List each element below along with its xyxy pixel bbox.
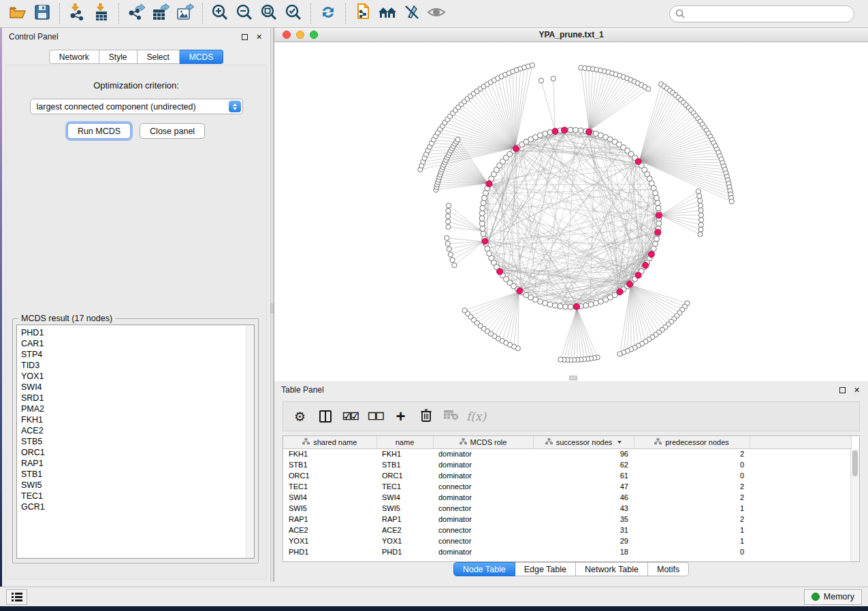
- table-row[interactable]: ORC1 ORC1 dominator 61 0: [283, 470, 852, 481]
- show-details-button[interactable]: [424, 2, 449, 25]
- table-row[interactable]: SWI4 SWI4 dominator 46 2: [283, 492, 852, 503]
- result-node-item[interactable]: SWI5: [21, 480, 254, 491]
- delete-table-button[interactable]: [438, 404, 464, 429]
- result-node-item[interactable]: YOX1: [21, 371, 254, 382]
- result-node-item[interactable]: GCR1: [21, 501, 254, 512]
- table-row[interactable]: PHD1 PHD1 dominator 18 0: [283, 546, 852, 557]
- float-panel-icon[interactable]: [838, 386, 847, 395]
- show-columns-button[interactable]: [312, 404, 338, 429]
- apply-layout-button[interactable]: [316, 2, 340, 25]
- column-header-shared-name[interactable]: shared name: [283, 436, 376, 448]
- result-node-item[interactable]: FKH1: [21, 414, 254, 425]
- fx-icon: f(x): [466, 410, 486, 423]
- scrollbar-thumb[interactable]: [852, 450, 858, 476]
- tab-node-table[interactable]: Node Table: [453, 562, 515, 576]
- result-node-item[interactable]: PMA2: [21, 403, 254, 414]
- network-canvas[interactable]: [274, 42, 868, 381]
- add-column-button[interactable]: +: [388, 404, 413, 429]
- result-node-item[interactable]: TID3: [21, 360, 254, 371]
- hide-annotations-button[interactable]: [400, 2, 424, 25]
- optimization-criterion-label: Optimization criterion:: [6, 80, 266, 90]
- result-node-item[interactable]: STP4: [21, 349, 254, 360]
- import-table-button[interactable]: [89, 2, 114, 25]
- table-row[interactable]: YOX1 YOX1 connector 29 1: [283, 535, 852, 546]
- horizontal-splitter-handle[interactable]: [569, 376, 577, 380]
- result-node-item[interactable]: RAP1: [21, 458, 254, 469]
- search-field[interactable]: [669, 5, 854, 22]
- search-input[interactable]: [688, 9, 848, 18]
- table-row[interactable]: STB1 STB1 dominator 62 0: [283, 459, 852, 470]
- zoom-selected-button[interactable]: [281, 2, 306, 25]
- task-history-button[interactable]: [6, 589, 27, 605]
- open-file-button[interactable]: [5, 2, 30, 25]
- float-panel-icon[interactable]: [240, 33, 249, 42]
- import-network-button[interactable]: [65, 2, 89, 25]
- close-panel-icon[interactable]: ✕: [255, 33, 263, 42]
- table-row[interactable]: TEC1 TEC1 connector 47 2: [283, 481, 852, 492]
- zoom-in-icon: [211, 3, 229, 24]
- tab-mcds[interactable]: MCDS: [180, 50, 223, 64]
- houses-icon: [377, 4, 398, 23]
- network-graph[interactable]: [274, 42, 867, 381]
- column-header-successor-nodes[interactable]: successor nodes: [533, 436, 634, 448]
- result-node-item[interactable]: ACE2: [21, 425, 254, 436]
- tab-network[interactable]: Network: [49, 50, 99, 64]
- close-panel-button[interactable]: Close panel: [140, 123, 205, 139]
- tab-edge-table[interactable]: Edge Table: [515, 562, 576, 576]
- table-row[interactable]: RAP1 RAP1 dominator 35 2: [283, 514, 852, 525]
- run-mcds-button[interactable]: Run MCDS: [67, 123, 131, 139]
- eye-icon: [427, 5, 446, 22]
- tab-select[interactable]: Select: [138, 50, 180, 64]
- zoom-fit-button[interactable]: [257, 2, 281, 25]
- table-row[interactable]: SWI5 SWI5 connector 43 1: [283, 503, 852, 514]
- result-list-scrollbar[interactable]: [246, 325, 254, 558]
- memory-button[interactable]: Memory: [804, 589, 862, 605]
- delete-column-button[interactable]: [413, 404, 438, 429]
- column-header-predecessor-nodes[interactable]: predecessor nodes: [634, 436, 750, 448]
- tab-network-table[interactable]: Network Table: [576, 562, 648, 576]
- zoom-out-button[interactable]: [232, 2, 257, 25]
- result-node-item[interactable]: TEC1: [21, 491, 254, 501]
- first-neighbors-button[interactable]: [375, 2, 400, 25]
- export-network-button[interactable]: [124, 2, 148, 25]
- hierarchy-icon: [654, 438, 662, 446]
- export-table-button[interactable]: [148, 2, 173, 25]
- mcds-tab-content: Optimization criterion: largest connecte…: [5, 65, 267, 580]
- control-panel-title: Control Panel: [9, 32, 59, 42]
- result-node-item[interactable]: SWI4: [21, 382, 254, 393]
- zoom-in-button[interactable]: [208, 2, 232, 25]
- table-tabs: Node Table Edge Table Network Table Moti…: [274, 562, 868, 576]
- result-node-item[interactable]: CAR1: [21, 338, 254, 349]
- criterion-selected-value: largest connected component (undirected): [37, 102, 196, 112]
- gear-icon: ⚙: [294, 410, 306, 423]
- tab-style[interactable]: Style: [99, 50, 138, 64]
- table-row[interactable]: FKH1 FKH1 dominator 96 2: [283, 448, 852, 459]
- result-node-item[interactable]: ORC1: [21, 447, 254, 458]
- deselect-all-button[interactable]: ☐☐: [363, 404, 388, 429]
- result-node-item[interactable]: STB5: [21, 436, 254, 447]
- result-node-item[interactable]: PHD1: [21, 327, 254, 338]
- toolbar-separator: [345, 3, 346, 24]
- column-header-mcds-role[interactable]: MCDS role: [433, 436, 533, 448]
- table-options-button[interactable]: ⚙: [287, 404, 312, 429]
- save-session-button[interactable]: [30, 2, 54, 25]
- select-all-button[interactable]: ☑☑: [338, 404, 363, 429]
- columns-icon: [319, 410, 332, 423]
- criterion-select[interactable]: largest connected component (undirected): [30, 99, 243, 114]
- function-builder-button[interactable]: f(x): [464, 404, 489, 429]
- mcds-result-list[interactable]: PHD1CAR1STP4TID3YOX1SWI4SRD1PMA2FKH1ACE2…: [16, 325, 255, 559]
- export-network-icon: [127, 3, 146, 24]
- tab-motifs[interactable]: Motifs: [648, 562, 689, 576]
- toolbar-separator: [118, 3, 119, 24]
- new-network-button[interactable]: [351, 2, 375, 25]
- zoom-fit-icon: [260, 3, 278, 24]
- column-header-name[interactable]: name: [376, 436, 433, 448]
- result-node-item[interactable]: STB1: [21, 469, 254, 480]
- import-table-icon: [93, 3, 110, 24]
- close-panel-icon[interactable]: ✕: [852, 386, 861, 395]
- table-scrollbar[interactable]: [850, 449, 859, 561]
- table-row[interactable]: ACE2 ACE2 connector 31 1: [283, 525, 852, 535]
- export-image-button[interactable]: [173, 2, 197, 25]
- network-window-titlebar[interactable]: YPA_prune.txt_1: [274, 28, 868, 42]
- result-node-item[interactable]: SRD1: [21, 393, 254, 403]
